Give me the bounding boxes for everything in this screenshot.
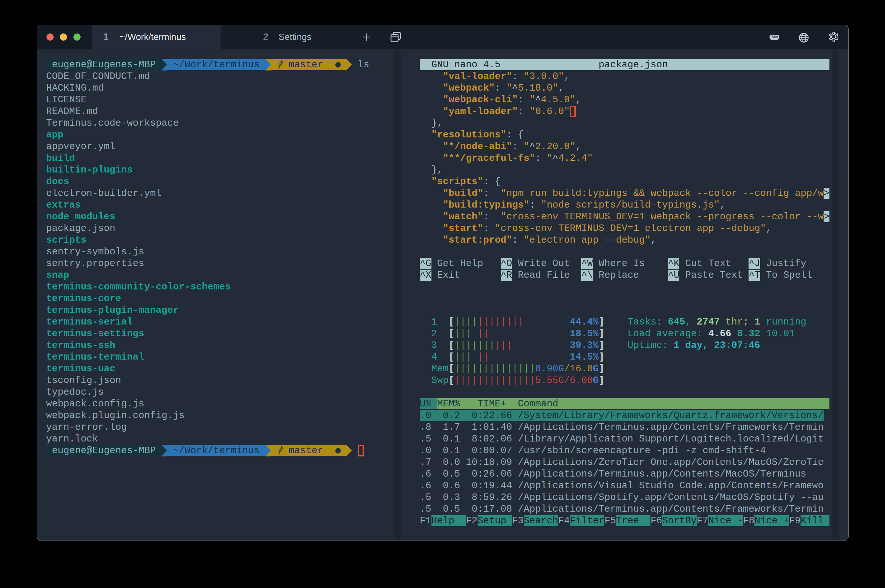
- svg-text:IOIOI: IOIOI: [771, 36, 778, 39]
